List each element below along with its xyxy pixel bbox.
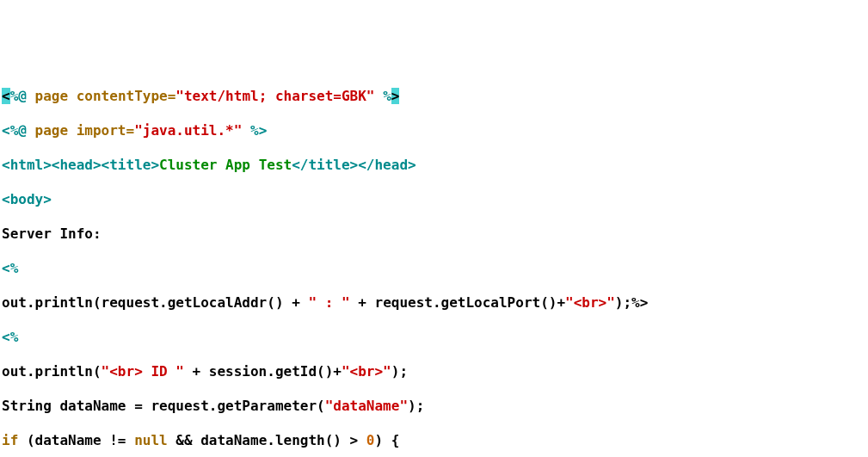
code-line: if (dataName != null && dataName.length(… — [2, 432, 866, 449]
code-line: out.println("<br> ID " + session.getId()… — [2, 363, 866, 380]
code-line: String dataName = request.getParameter("… — [2, 398, 866, 415]
code-line: <% — [2, 329, 866, 346]
code-line: Server Info: — [2, 225, 866, 243]
code-editor-viewport: <%@ page contentType="text/html; charset… — [0, 69, 868, 457]
code-line: <% — [2, 260, 866, 277]
code-line: <body> — [2, 191, 866, 208]
code-line: <%@ page contentType="text/html; charset… — [2, 88, 866, 105]
cursor-highlight: < — [2, 88, 10, 104]
code-line: <html><head><title>Cluster App Test</tit… — [2, 157, 866, 174]
code-line: <%@ page import="java.util.*" %> — [2, 122, 866, 139]
cursor-highlight: > — [391, 88, 400, 104]
code-line: out.println(request.getLocalAddr() + " :… — [2, 294, 866, 312]
